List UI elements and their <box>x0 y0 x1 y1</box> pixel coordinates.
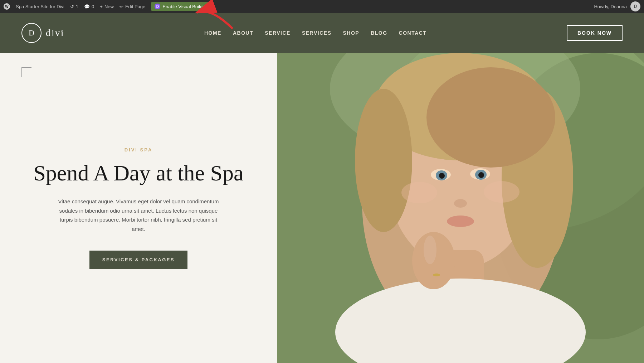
site-name: Spa Starter Site for Divi <box>16 4 64 9</box>
svg-point-18 <box>439 173 445 179</box>
book-now-label: BOOK NOW <box>577 30 612 36</box>
corner-decoration-icon <box>21 67 31 77</box>
nav-link-shop[interactable]: SHOP <box>343 30 359 36</box>
nav-item-shop[interactable]: SHOP <box>343 30 359 36</box>
comments-item[interactable]: 💬 0 <box>84 4 94 9</box>
services-packages-button[interactable]: SERVICES & PACKAGES <box>89 251 187 269</box>
revisions-icon: ↺ <box>70 4 74 9</box>
howdy-text: Howdy, Deanna <box>594 4 627 9</box>
new-label: New <box>104 4 114 9</box>
comments-count: 0 <box>92 4 94 9</box>
hero-section: DIVI SPA Spend A Day at the Spa Vitae co… <box>0 53 644 363</box>
nav-link-services[interactable]: SERVICES <box>302 30 332 36</box>
avatar[interactable]: D <box>630 1 640 11</box>
nav-item-contact[interactable]: CONTACT <box>399 30 427 36</box>
logo-letter: D <box>29 28 34 38</box>
hero-portrait-illustration <box>277 53 644 363</box>
new-item[interactable]: + New <box>100 4 114 9</box>
pencil-icon: ✏ <box>119 4 123 9</box>
comments-icon: 💬 <box>84 4 90 9</box>
svg-point-25 <box>424 236 436 264</box>
svg-point-26 <box>433 274 440 276</box>
svg-point-19 <box>478 172 484 178</box>
svg-point-22 <box>401 182 437 203</box>
nav-item-blog[interactable]: BLOG <box>371 30 387 36</box>
logo-circle-icon: D <box>21 23 42 43</box>
services-button-label: SERVICES & PACKAGES <box>102 257 175 262</box>
hero-title: Spend A Day at the Spa <box>33 160 243 186</box>
enable-visual-builder-button[interactable]: D Enable Visual Builder <box>151 2 210 11</box>
wp-logo-item[interactable]: W <box>4 3 10 10</box>
nav-item-about[interactable]: ABOUT <box>233 30 253 36</box>
divi-logo-icon: D <box>155 4 160 9</box>
book-now-button[interactable]: BOOK NOW <box>567 25 623 41</box>
site-name-item[interactable]: Spa Starter Site for Divi <box>16 4 64 9</box>
nav-link-about[interactable]: ABOUT <box>233 30 253 36</box>
nav-link-home[interactable]: HOME <box>204 30 221 36</box>
admin-bar: W Spa Starter Site for Divi ↺ 1 💬 0 + Ne… <box>0 0 644 13</box>
site-logo[interactable]: D divi <box>21 23 64 43</box>
plus-icon: + <box>100 4 103 9</box>
nav-item-services[interactable]: SERVICES <box>302 30 332 36</box>
nav-item-home[interactable]: HOME <box>204 30 221 36</box>
edit-page-label: Edit Page <box>125 4 145 9</box>
nav-link-service[interactable]: SERVICE <box>265 30 291 36</box>
hero-description: Vitae consequat augue. Vivamus eget dolo… <box>53 197 224 233</box>
svg-point-9 <box>355 89 412 232</box>
wordpress-logo-icon: W <box>4 3 10 10</box>
hero-image-panel <box>277 53 644 363</box>
svg-point-20 <box>454 199 467 208</box>
site-navigation: D divi HOME ABOUT SERVICE SERVICES SHOP … <box>0 13 644 53</box>
enable-builder-label: Enable Visual Builder <box>162 4 206 9</box>
hero-photo <box>277 53 644 363</box>
svg-point-11 <box>426 67 555 168</box>
revisions-count: 1 <box>76 4 78 9</box>
nav-menu: HOME ABOUT SERVICE SERVICES SHOP BLOG CO… <box>204 30 427 36</box>
nav-link-contact[interactable]: CONTACT <box>399 30 427 36</box>
svg-point-23 <box>484 181 519 203</box>
hero-subtitle: DIVI SPA <box>125 147 153 153</box>
edit-page-item[interactable]: ✏ Edit Page <box>119 4 145 9</box>
admin-bar-right: Howdy, Deanna D <box>594 1 640 11</box>
revisions-item[interactable]: ↺ 1 <box>70 4 78 9</box>
svg-point-21 <box>447 216 474 227</box>
nav-link-blog[interactable]: BLOG <box>371 30 387 36</box>
logo-text: divi <box>46 27 64 39</box>
nav-item-service[interactable]: SERVICE <box>265 30 291 36</box>
hero-left-panel: DIVI SPA Spend A Day at the Spa Vitae co… <box>0 53 277 363</box>
